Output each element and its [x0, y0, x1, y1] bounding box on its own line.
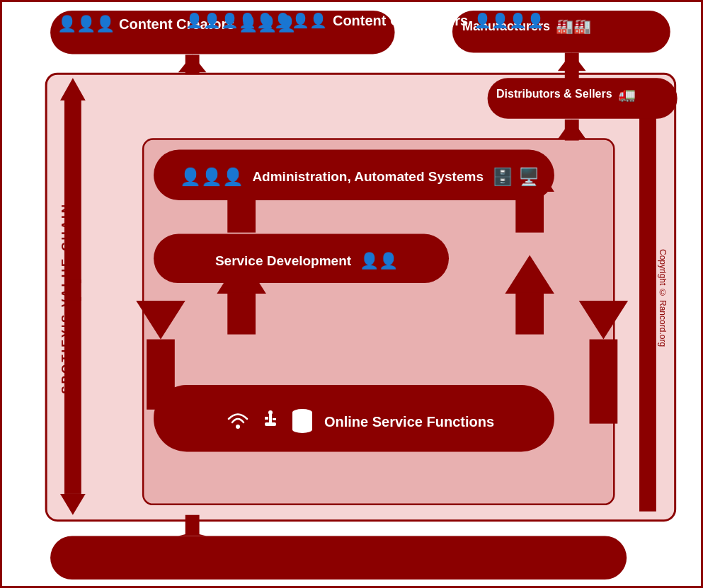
diagram-container: 👤👤👤 Content Creators 👤👤👤 Manufacturers 🏭… — [0, 0, 703, 588]
administration-label: 👤👤👤 Administration, Automated Systems 🗄️… — [161, 156, 558, 197]
svg-point-48 — [292, 426, 312, 433]
online-service-label: Online Service Functions — [161, 393, 558, 450]
svg-rect-32 — [185, 54, 200, 74]
svg-rect-33 — [50, 536, 627, 580]
svg-marker-19 — [579, 301, 628, 340]
svg-rect-41 — [273, 418, 276, 420]
svg-rect-29 — [565, 120, 579, 141]
spotify-value-chain-label: SPOTIFY'S VALUE CHAIN — [46, 74, 87, 522]
svg-rect-39 — [265, 422, 276, 426]
svg-marker-31 — [178, 54, 207, 72]
svg-rect-16 — [515, 292, 544, 335]
svg-marker-15 — [505, 255, 554, 294]
distributors-label: Distributors & Sellers 🚛 — [496, 86, 636, 103]
svg-point-36 — [236, 425, 240, 429]
copyright-label: Copyright © Rancord.org — [653, 74, 673, 522]
svg-rect-20 — [590, 340, 618, 424]
service-development-label: Service Development 👤👤 — [161, 241, 452, 280]
svg-rect-35 — [185, 515, 200, 535]
svg-marker-34 — [178, 533, 207, 536]
svg-marker-26 — [558, 52, 586, 71]
svg-marker-28 — [558, 120, 586, 139]
consumers-bar: 👤👤👤👤👤👤👤👤 Content Consumers 👤👤👤👤 — [57, 0, 673, 42]
svg-rect-27 — [565, 52, 579, 79]
svg-rect-12 — [227, 292, 256, 335]
svg-rect-40 — [265, 417, 268, 420]
svg-marker-17 — [136, 301, 185, 340]
svg-rect-0 — [46, 74, 675, 520]
